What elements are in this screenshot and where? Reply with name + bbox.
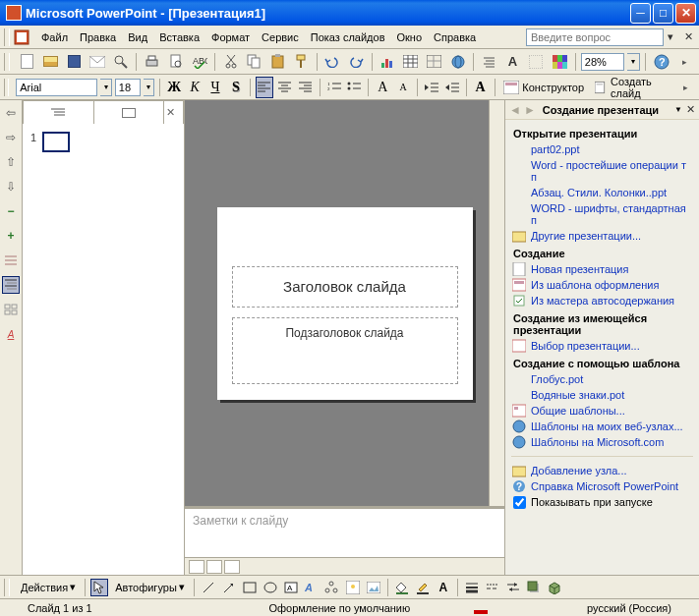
rectangle-button[interactable] xyxy=(241,579,259,596)
line-button[interactable] xyxy=(200,579,217,596)
font-color-button[interactable]: A xyxy=(435,579,452,596)
open-link[interactable]: Word - простейшие операции т п xyxy=(507,157,697,185)
line-color-button[interactable] xyxy=(414,579,432,596)
taskpane-dropdown[interactable]: ▼ xyxy=(674,105,682,114)
insert-hyperlink-button[interactable] xyxy=(447,51,468,73)
notes-pane[interactable]: Заметки к слайду xyxy=(185,506,504,557)
status-language[interactable]: русский (Россия) xyxy=(567,602,691,614)
new-slide-button[interactable]: Создать слайд xyxy=(591,74,674,101)
shadow-button[interactable] xyxy=(525,579,543,596)
cut-button[interactable] xyxy=(220,51,241,73)
promote-button[interactable]: ⇦ xyxy=(2,104,20,122)
align-center-button[interactable] xyxy=(276,77,294,98)
email-button[interactable] xyxy=(87,51,108,73)
diagram-button[interactable] xyxy=(323,579,341,596)
demote-button[interactable]: ⇨ xyxy=(2,129,20,146)
toolbar-handle[interactable] xyxy=(4,53,10,71)
arrow-style-button[interactable] xyxy=(504,579,522,596)
choose-presentation-link[interactable]: Выбор презентации... xyxy=(507,338,697,354)
align-right-button[interactable] xyxy=(297,77,315,98)
show-formatting-button[interactable]: A xyxy=(502,51,523,73)
dash-style-button[interactable] xyxy=(484,579,501,596)
expand-all-button[interactable] xyxy=(479,51,499,73)
3d-button[interactable] xyxy=(546,579,563,596)
font-color-button[interactable]: A xyxy=(472,77,490,98)
move-up-button[interactable]: ⇧ xyxy=(2,153,20,171)
menu-view[interactable]: Вид xyxy=(122,28,153,46)
grid-button[interactable] xyxy=(526,51,547,73)
subtitle-placeholder[interactable]: Подзаголовок слайда xyxy=(232,317,458,384)
microsoft-templates-link[interactable]: Шаблоны на Microsoft.com xyxy=(507,434,697,450)
numbering-button[interactable]: 12 xyxy=(325,77,343,98)
general-templates-link[interactable]: Общие шаблоны... xyxy=(507,403,697,419)
menu-edit[interactable]: Правка xyxy=(74,28,122,46)
menu-file[interactable]: Файл xyxy=(35,28,74,46)
thumbnail-slide[interactable] xyxy=(42,132,70,152)
undo-button[interactable] xyxy=(322,51,343,73)
minimize-button[interactable]: ─ xyxy=(630,3,651,24)
font-dropdown[interactable]: ▾ xyxy=(100,79,112,96)
autoshapes-button[interactable]: Автофигуры ▾ xyxy=(111,579,189,595)
menu-insert[interactable]: Вставка xyxy=(153,28,205,46)
menu-format[interactable]: Формат xyxy=(205,28,256,46)
toolbar-handle[interactable] xyxy=(4,79,9,96)
add-node-link[interactable]: Добавление узла... xyxy=(507,463,697,478)
design-button[interactable]: Конструктор xyxy=(499,79,588,96)
menu-slideshow[interactable]: Показ слайдов xyxy=(305,28,391,46)
zoom-dropdown[interactable]: ▾ xyxy=(627,53,640,71)
title-placeholder[interactable]: Заголовок слайда xyxy=(232,266,458,308)
tables-borders-button[interactable] xyxy=(424,51,444,73)
font-selector[interactable]: Arial xyxy=(16,79,97,96)
ask-question-input[interactable] xyxy=(526,28,664,46)
menu-tools[interactable]: Сервис xyxy=(256,28,305,46)
summary-slide-button[interactable] xyxy=(2,301,20,318)
fill-color-button[interactable] xyxy=(393,579,411,596)
shadow-button[interactable]: S xyxy=(227,77,245,98)
fontsize-dropdown[interactable]: ▾ xyxy=(144,79,155,96)
normal-view-button[interactable] xyxy=(189,560,204,574)
ask-dropdown[interactable]: ▾ xyxy=(664,30,677,43)
bold-button[interactable]: Ж xyxy=(165,77,183,98)
maximize-button[interactable]: □ xyxy=(653,3,673,24)
collapse-all-button[interactable] xyxy=(2,252,20,269)
zoom-input[interactable]: 28% xyxy=(581,53,624,71)
new-button[interactable] xyxy=(17,51,37,73)
slide-canvas[interactable]: Заголовок слайда Подзаголовок слайда xyxy=(185,100,504,506)
template-link[interactable]: Глобус.pot xyxy=(507,371,697,387)
toolbar-options[interactable]: ▸ xyxy=(674,51,695,73)
startup-checkbox-input[interactable] xyxy=(513,496,526,509)
clipart-button[interactable] xyxy=(344,579,362,596)
document-close-button[interactable]: ✕ xyxy=(681,30,695,44)
save-button[interactable] xyxy=(64,51,85,73)
underline-button[interactable]: Ч xyxy=(206,77,224,98)
sorter-view-button[interactable] xyxy=(206,560,222,574)
copy-button[interactable] xyxy=(244,51,264,73)
color-button[interactable] xyxy=(550,51,570,73)
new-presentation-link[interactable]: Новая презентация xyxy=(507,261,697,277)
vertical-scrollbar[interactable] xyxy=(489,100,504,506)
toolbar-handle[interactable] xyxy=(4,28,10,46)
arrow-button[interactable] xyxy=(220,579,238,596)
outline-tab[interactable] xyxy=(23,100,93,124)
show-startup-checkbox[interactable]: Показывать при запуске xyxy=(507,494,697,510)
open-link[interactable]: Абзац. Стили. Колонки..ppt xyxy=(507,185,697,200)
select-objects-button[interactable] xyxy=(90,579,108,596)
format-painter-button[interactable] xyxy=(291,51,312,73)
draw-actions-button[interactable]: Действия ▾ xyxy=(17,579,80,595)
help-link[interactable]: ?Справка Microsoft PowerPoint xyxy=(507,478,697,494)
collapse-button[interactable]: − xyxy=(2,202,20,220)
slides-tab[interactable] xyxy=(93,100,165,124)
from-template-link[interactable]: Из шаблона оформления xyxy=(507,277,697,293)
taskpane-forward-button[interactable]: ► xyxy=(524,103,536,117)
oval-button[interactable] xyxy=(262,579,279,596)
template-link[interactable]: Водяные знаки.pot xyxy=(507,387,697,403)
insert-table-button[interactable] xyxy=(400,51,421,73)
print-preview-button[interactable] xyxy=(165,51,186,73)
thumbnail-item[interactable]: 1 xyxy=(30,132,176,152)
picture-button[interactable] xyxy=(365,579,382,596)
increase-indent-button[interactable] xyxy=(443,77,461,98)
move-down-button[interactable]: ⇩ xyxy=(2,178,20,196)
bullets-button[interactable] xyxy=(346,77,364,98)
paste-button[interactable] xyxy=(267,51,288,73)
slideshow-button[interactable] xyxy=(224,560,240,574)
